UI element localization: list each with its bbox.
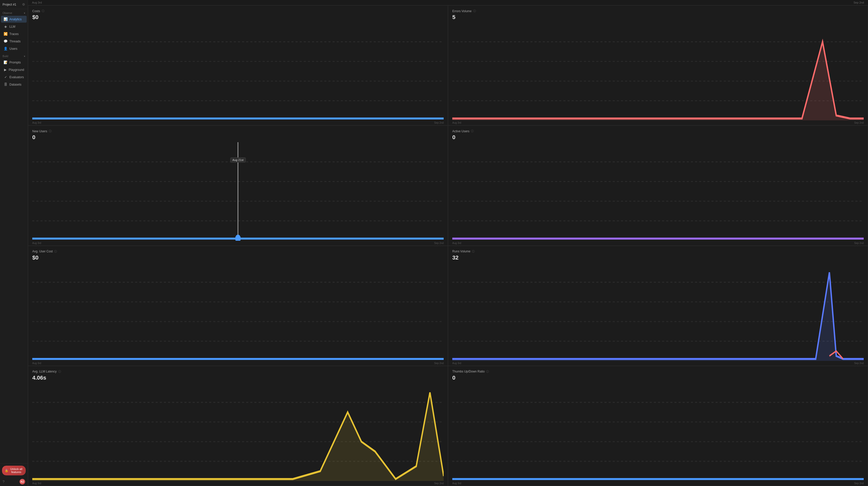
avg-llm-latency-value: 4.06s: [32, 375, 444, 381]
date-bar: Aug 3rd Sep 2nd: [28, 0, 868, 5]
costs-chart-area: [32, 22, 444, 120]
threads-icon: 💬: [4, 39, 8, 43]
errors-chart-area: [452, 22, 864, 120]
costs-chart: Costs ⓘ $0 Aug 3rd Sep 2nd: [28, 5, 448, 125]
runs-volume-chart: Runs Volume ⓘ 32 Aug 3rd Sep 2nd: [448, 246, 868, 366]
avg-llm-latency-title: Avg. LLM Latency: [32, 370, 57, 373]
unlock-features-button[interactable]: 🔓 Unlock all features: [2, 466, 26, 475]
avg-llm-latency-chart: Avg. LLM Latency ⓘ 4.06s Aug 3rd Sep 2nd: [28, 366, 448, 486]
thumbs-ratio-info-icon[interactable]: ⓘ: [486, 370, 489, 374]
llm-icon: ◈: [4, 25, 8, 28]
date-start: Aug 3rd: [32, 1, 42, 4]
sidebar-item-analytics[interactable]: 📊 Analytics: [1, 16, 27, 23]
avg-user-cost-info-icon[interactable]: ⓘ: [54, 250, 57, 253]
new-users-chart: New Users ⓘ 0 Aug 21st Aug 3rd: [28, 125, 448, 246]
thumbs-ratio-value: 0: [452, 375, 864, 381]
errors-value: 5: [452, 14, 864, 21]
active-users-chart-area: [452, 142, 864, 240]
avg-user-cost-value: $0: [32, 254, 444, 261]
runs-volume-title: Runs Volume: [452, 250, 470, 253]
analytics-icon: 📊: [4, 17, 8, 21]
avg-user-cost-chart: Avg. User Cost ⓘ $0 Aug 3rd Sep 2nd: [28, 246, 448, 366]
thumbs-ratio-chart: Thumbs Up/Down Ratio ⓘ 0 Aug 3rd Sep 2nd: [448, 366, 868, 486]
traces-icon: 🔀: [4, 32, 8, 36]
svg-marker-31: [452, 272, 864, 361]
sidebar: Project #1 ⚙ Observe ▾ 📊 Analytics ◈ LLM…: [0, 0, 28, 486]
playground-icon: ▶: [4, 68, 7, 72]
avg-user-cost-chart-area: [32, 263, 444, 361]
sidebar-item-users[interactable]: 👤 Users: [1, 45, 27, 52]
gear-icon[interactable]: ⚙: [22, 3, 25, 6]
costs-dates: Aug 3rd Sep 2nd: [32, 120, 444, 125]
errors-title: Errors Volume: [452, 9, 472, 13]
unlock-icon: 🔓: [5, 469, 8, 472]
costs-title: Costs: [32, 9, 40, 13]
avg-llm-latency-info-icon[interactable]: ⓘ: [58, 370, 61, 374]
errors-info-icon[interactable]: ⓘ: [473, 9, 476, 13]
costs-value: $0: [32, 14, 444, 21]
sidebar-item-datasets[interactable]: 🗄 Datasets: [1, 81, 27, 88]
sidebar-footer: ? HJ: [0, 477, 28, 486]
help-icon[interactable]: ?: [3, 480, 5, 484]
sidebar-item-prompts[interactable]: 📝 Prompts: [1, 59, 27, 66]
active-users-chart: Active Users ⓘ 0 Aug 3rd Sep 2nd: [448, 125, 868, 246]
users-icon: 👤: [4, 47, 8, 51]
active-users-value: 0: [452, 134, 864, 141]
date-end: Sep 2nd: [854, 1, 864, 4]
svg-marker-36: [32, 392, 444, 481]
costs-header: Costs ⓘ: [32, 9, 444, 13]
sidebar-item-evaluators[interactable]: ✓ Evaluators: [1, 74, 27, 80]
sidebar-item-llm[interactable]: ◈ LLM: [1, 23, 27, 30]
sidebar-item-traces[interactable]: 🔀 Traces: [1, 30, 27, 37]
new-users-value: 0: [32, 134, 444, 141]
observe-section[interactable]: Observe ▾: [0, 9, 28, 15]
svg-point-16: [235, 235, 241, 240]
avg-llm-latency-chart-area: [32, 383, 444, 481]
new-users-title: New Users: [32, 129, 47, 133]
sidebar-item-playground[interactable]: ▶ Playground: [1, 66, 27, 73]
thumbs-ratio-title: Thumbs Up/Down Ratio: [452, 370, 485, 373]
new-users-chart-area: Aug 21st: [32, 142, 444, 240]
sidebar-header: Project #1 ⚙: [0, 0, 28, 9]
runs-volume-value: 32: [452, 254, 864, 261]
avg-user-cost-title: Avg. User Cost: [32, 250, 53, 253]
active-users-title: Active Users: [452, 129, 469, 133]
runs-volume-chart-area: [452, 263, 864, 361]
new-users-info-icon[interactable]: ⓘ: [49, 129, 52, 133]
evaluators-icon: ✓: [4, 75, 8, 79]
sidebar-bottom: 🔓 Unlock all features: [0, 463, 28, 477]
thumbs-ratio-chart-area: [452, 383, 864, 481]
active-users-info-icon[interactable]: ⓘ: [471, 129, 474, 133]
prompts-icon: 📝: [4, 60, 8, 64]
charts-grid: Costs ⓘ $0 Aug 3rd Sep 2nd Erro: [28, 5, 868, 486]
project-title: Project #1: [3, 3, 16, 6]
costs-info-icon[interactable]: ⓘ: [42, 9, 44, 13]
errors-volume-chart: Errors Volume ⓘ 5 Aug 3rd Sep 2nd: [448, 5, 868, 125]
datasets-icon: 🗄: [4, 83, 8, 86]
sidebar-item-threads[interactable]: 💬 Threads: [1, 38, 27, 45]
avatar[interactable]: HJ: [20, 479, 25, 484]
main-content: Aug 3rd Sep 2nd Costs ⓘ $0 Aug 3rd: [28, 0, 868, 486]
runs-volume-info-icon[interactable]: ⓘ: [472, 250, 475, 253]
build-section[interactable]: Build ▾: [0, 52, 28, 59]
